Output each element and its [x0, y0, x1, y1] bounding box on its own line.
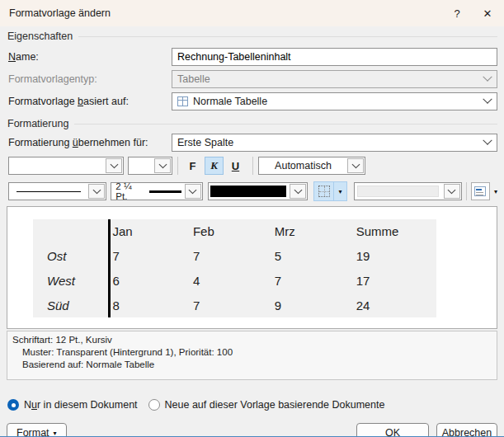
style-type-row: Formatvorlagentyp: Tabelle: [7, 68, 497, 90]
preview-cell: 7: [191, 243, 272, 268]
preview-cell: 7: [109, 243, 191, 268]
shading-color-swatch: [357, 186, 439, 197]
cancel-button[interactable]: Abbrechen: [436, 423, 497, 437]
style-type-label: Formatvorlagentyp:: [7, 73, 172, 85]
border-color-swatch: [210, 186, 286, 197]
radio-unselected-icon[interactable]: [148, 399, 160, 411]
apply-to-row: Formatierung übernehmen für: Erste Spalt…: [7, 133, 497, 153]
table-style-icon: [177, 96, 188, 106]
italic-button[interactable]: K: [205, 157, 224, 175]
radio-selected-icon[interactable]: [7, 399, 19, 411]
chevron-down-icon[interactable]: [347, 158, 364, 173]
style-preview: Jan Feb Mrz Summe Ost 7 7 5 19 West 6 4 …: [7, 206, 497, 329]
description-line: Schriftart: 12 Pt., Kursiv: [12, 334, 492, 346]
preview-cell: 5: [272, 243, 354, 268]
toolbar-divider: [466, 182, 467, 200]
radio-doc-only-label: Nur in diesem Dokument: [24, 399, 138, 411]
name-label: Name:: [7, 51, 172, 63]
borders-dropdown-arrow[interactable]: ▾: [333, 181, 347, 201]
name-row: Name:: [7, 45, 497, 68]
preview-cell: Feb: [191, 219, 272, 243]
chevron-down-icon[interactable]: [88, 184, 105, 199]
section-properties: Eigenschaften: [7, 30, 497, 43]
format-button[interactable]: Format ▾: [7, 423, 67, 437]
style-name-input[interactable]: [172, 48, 497, 66]
preview-cell: 24: [354, 293, 436, 317]
modify-style-dialog: Formatvorlage ändern ? ✕ Eigenschaften N…: [0, 0, 504, 437]
border-weight-dropdown[interactable]: 2 ¼ Pt.: [111, 182, 203, 200]
chevron-down-icon[interactable]: [106, 158, 122, 173]
table-format-icon: [474, 186, 486, 196]
chevron-down-icon: [478, 134, 497, 151]
line-style-swatch: [16, 191, 81, 192]
borders-split-button: ▾: [313, 181, 347, 201]
font-color-value: Automatisch: [259, 160, 347, 172]
format-dropdown-arrow: ▾: [54, 430, 57, 437]
radio-new-docs-label: Neue auf dieser Vorlage basierende Dokum…: [165, 399, 385, 411]
dialog-title: Formatvorlage ändern: [0, 7, 111, 19]
border-toolbar: 2 ¼ Pt. ▾ ▾: [8, 181, 497, 202]
preview-cell: [33, 219, 109, 243]
preview-table: Jan Feb Mrz Summe Ost 7 7 5 19 West 6 4 …: [33, 219, 436, 317]
font-name-dropdown[interactable]: [8, 157, 124, 175]
borders-button[interactable]: [313, 181, 333, 201]
based-on-row: Formatvorlage basiert auf: Normale Tabel…: [7, 90, 497, 112]
table-row: West 6 4 7 17: [33, 268, 436, 293]
shading-color-dropdown[interactable]: [354, 182, 462, 200]
section-divider: [74, 124, 497, 125]
chevron-down-icon[interactable]: [154, 158, 171, 173]
description-line: Muster: Transparent (Hintergrund 1), Pri…: [22, 346, 492, 359]
chevron-down-icon[interactable]: [185, 184, 201, 199]
preview-cell: 8: [109, 293, 191, 317]
apply-to-value: Erste Spalte: [177, 137, 233, 148]
section-formatting-label: Formatierung: [7, 118, 68, 129]
table-row: Jan Feb Mrz Summe: [33, 219, 436, 243]
titlebar: Formatvorlage ändern ? ✕: [0, 0, 504, 26]
preview-cell: 7: [272, 268, 354, 293]
border-line-style-dropdown[interactable]: [8, 182, 106, 200]
chevron-down-icon[interactable]: [444, 184, 460, 199]
preview-cell: 7: [191, 293, 272, 317]
ok-button[interactable]: OK: [356, 423, 429, 437]
preview-cell: 6: [109, 268, 191, 293]
apply-to-label: Formatierung übernehmen für:: [7, 137, 172, 148]
line-weight-swatch: [149, 190, 181, 193]
style-type-dropdown: Tabelle: [172, 70, 497, 88]
table-format-button[interactable]: [471, 182, 490, 200]
preview-cell: 9: [272, 293, 354, 317]
radio-doc-only[interactable]: Nur in diesem Dokument: [7, 399, 138, 411]
apply-to-dropdown[interactable]: Erste Spalte: [172, 134, 497, 152]
chevron-down-icon: [478, 93, 497, 110]
table-format-dropdown-arrow[interactable]: ▾: [494, 188, 497, 195]
preview-cell: Jan: [109, 219, 191, 243]
based-on-label: Formatvorlage basiert auf:: [7, 96, 172, 107]
font-size-dropdown[interactable]: [128, 157, 172, 175]
table-row: Süd 8 7 9 24: [33, 293, 436, 317]
preview-cell: 17: [354, 268, 436, 293]
close-icon[interactable]: ✕: [471, 0, 504, 26]
preview-cell: Süd: [33, 293, 109, 317]
font-color-dropdown[interactable]: Automatisch: [258, 157, 365, 175]
underline-button[interactable]: U: [226, 157, 245, 175]
radio-new-docs[interactable]: Neue auf dieser Vorlage basierende Dokum…: [148, 399, 385, 411]
dialog-footer: Format ▾ OK Abbrechen: [7, 423, 497, 437]
toolbar-divider: [252, 157, 253, 175]
bold-button[interactable]: F: [183, 157, 202, 175]
preview-cell: Ost: [33, 243, 109, 268]
description-line: Basierend auf: Normale Tabelle: [22, 359, 492, 371]
based-on-value: Normale Tabelle: [193, 96, 267, 107]
preview-cell: 4: [191, 268, 272, 293]
section-divider: [78, 36, 497, 37]
help-icon[interactable]: ?: [443, 0, 471, 26]
scope-options: Nur in diesem Dokument Neue auf dieser V…: [7, 397, 497, 412]
chevron-down-icon: [478, 71, 497, 87]
chevron-down-icon[interactable]: [290, 184, 306, 199]
based-on-dropdown[interactable]: Normale Tabelle: [172, 92, 497, 110]
section-formatting: Formatierung: [7, 117, 497, 130]
preview-cell: 19: [354, 243, 436, 268]
style-description: Schriftart: 12 Pt., Kursiv Muster: Trans…: [7, 331, 497, 380]
border-grid-icon: [318, 186, 330, 197]
section-properties-label: Eigenschaften: [7, 31, 73, 42]
preview-cell: West: [33, 268, 109, 293]
border-color-dropdown[interactable]: [208, 182, 308, 200]
